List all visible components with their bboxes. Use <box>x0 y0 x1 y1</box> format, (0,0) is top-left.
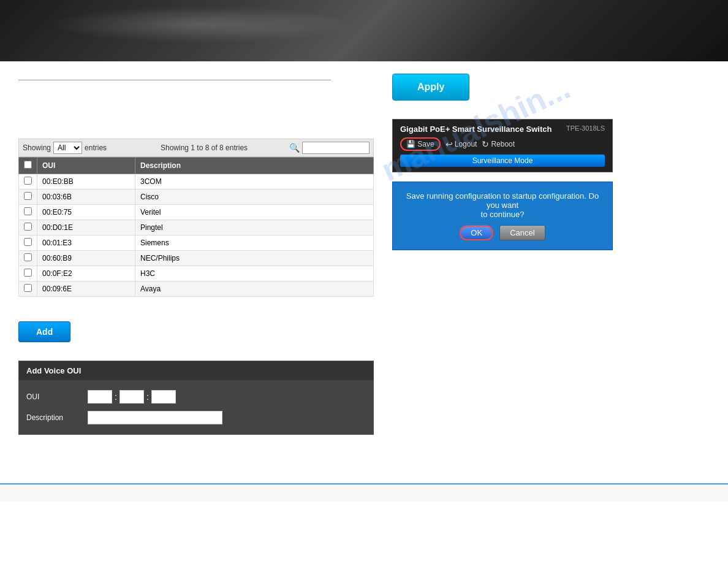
row-checkbox[interactable] <box>19 190 37 205</box>
save-dialog-message: Save running configuration to startup co… <box>402 191 603 219</box>
col-checkbox <box>19 158 37 174</box>
reboot-label: Reboot <box>491 140 515 148</box>
description-label: Description <box>26 413 88 422</box>
table-row: 00:0F:E2 H3C <box>19 266 374 282</box>
entries-select[interactable]: All 10 25 50 100 <box>53 142 82 154</box>
oui-sep-2: : <box>146 392 149 402</box>
oui-part-1[interactable] <box>88 390 112 404</box>
add-voice-title: Add Voice OUI <box>19 361 373 380</box>
save-dialog: Save running configuration to startup co… <box>392 182 613 250</box>
row-checkbox[interactable] <box>19 220 37 236</box>
table-row: 00:E0:BB 3COM <box>19 174 374 190</box>
table-row: 00:01:E3 Siemens <box>19 236 374 251</box>
save-nav-button[interactable]: 💾 Save <box>400 137 441 151</box>
row-oui: 00:60:B9 <box>37 251 135 266</box>
table-row: 00:03:6B Cisco <box>19 190 374 205</box>
row-checkbox[interactable] <box>19 266 37 282</box>
add-voice-form: OUI : : Description <box>19 380 373 434</box>
oui-sep-1: : <box>115 392 117 402</box>
left-panel: Showing All 10 25 50 100 entries Showing… <box>18 74 374 435</box>
separator <box>18 80 331 80</box>
oui-part-2[interactable] <box>119 390 144 404</box>
table-row: 00:D0:1E Pingtel <box>19 220 374 236</box>
table-row: 00:09:6E Avaya <box>19 282 374 297</box>
add-button[interactable]: Add <box>18 321 70 342</box>
oui-part-3[interactable] <box>151 390 176 404</box>
table-row: 00:E0:75 Veritel <box>19 205 374 220</box>
col-oui: OUI <box>37 158 135 174</box>
showing-label: Showing <box>23 144 51 152</box>
switch-nav: 💾 Save ↩ Logout ↻ Reboot <box>400 137 605 151</box>
row-description: H3C <box>135 266 374 282</box>
save-label: Save <box>417 140 434 148</box>
row-checkbox[interactable] <box>19 205 37 220</box>
table-row: 00:60:B9 NEC/Philips <box>19 251 374 266</box>
range-label: Showing 1 to 8 of 8 entries <box>119 144 289 152</box>
right-panel: Apply manualshin... Gigabit PoE+ Smart S… <box>386 74 710 435</box>
row-checkbox[interactable] <box>19 174 37 190</box>
table-controls: Showing All 10 25 50 100 entries Showing… <box>18 139 374 157</box>
row-oui: 00:E0:BB <box>37 174 135 190</box>
row-description: 3COM <box>135 174 374 190</box>
oui-label: OUI <box>26 393 88 401</box>
select-all-checkbox[interactable] <box>24 161 32 169</box>
logout-label: Logout <box>455 140 477 148</box>
oui-table: OUI Description 00:E0:BB 3COM 00:03:6B C… <box>18 157 374 297</box>
switch-banner-title: Gigabit PoE+ Smart Surveillance Switch <box>400 124 552 134</box>
row-description: Cisco <box>135 190 374 205</box>
logout-nav-button[interactable]: ↩ Logout <box>446 139 477 149</box>
row-description: Avaya <box>135 282 374 297</box>
ok-button[interactable]: OK <box>460 225 493 240</box>
add-voice-oui-section: Add Voice OUI OUI : : Description <box>18 361 374 435</box>
header-banner <box>0 0 728 61</box>
logout-icon: ↩ <box>446 139 453 149</box>
row-description: NEC/Philips <box>135 251 374 266</box>
switch-model: TPE-3018LS <box>566 124 605 132</box>
row-oui: 00:D0:1E <box>37 220 135 236</box>
cancel-button[interactable]: Cancel <box>499 225 545 240</box>
right-panel-inner: Apply manualshin... Gigabit PoE+ Smart S… <box>392 74 710 250</box>
switch-banner: Gigabit PoE+ Smart Surveillance Switch T… <box>392 119 613 172</box>
col-description: Description <box>135 158 374 174</box>
row-description: Siemens <box>135 236 374 251</box>
row-oui: 00:0F:E2 <box>37 266 135 282</box>
dialog-buttons: OK Cancel <box>402 225 603 240</box>
oui-input-group: : : <box>88 390 176 404</box>
row-checkbox[interactable] <box>19 236 37 251</box>
row-checkbox[interactable] <box>19 282 37 297</box>
surveillance-mode-button[interactable]: Surveillance Mode <box>400 155 605 167</box>
row-checkbox[interactable] <box>19 251 37 266</box>
save-icon: 💾 <box>406 140 415 148</box>
description-input[interactable] <box>88 411 222 424</box>
entries-label: entries <box>85 144 107 152</box>
row-oui: 00:01:E3 <box>37 236 135 251</box>
row-oui: 00:03:6B <box>37 190 135 205</box>
search-icon: 🔍 <box>289 143 300 153</box>
footer <box>0 483 728 502</box>
row-oui: 00:E0:75 <box>37 205 135 220</box>
reboot-nav-button[interactable]: ↻ Reboot <box>482 139 515 149</box>
row-oui: 00:09:6E <box>37 282 135 297</box>
search-input[interactable] <box>302 142 370 154</box>
description-row: Description <box>19 407 373 428</box>
apply-button[interactable]: Apply <box>392 74 469 101</box>
row-description: Veritel <box>135 205 374 220</box>
reboot-icon: ↻ <box>482 139 489 149</box>
oui-row: OUI : : <box>19 386 373 407</box>
row-description: Pingtel <box>135 220 374 236</box>
